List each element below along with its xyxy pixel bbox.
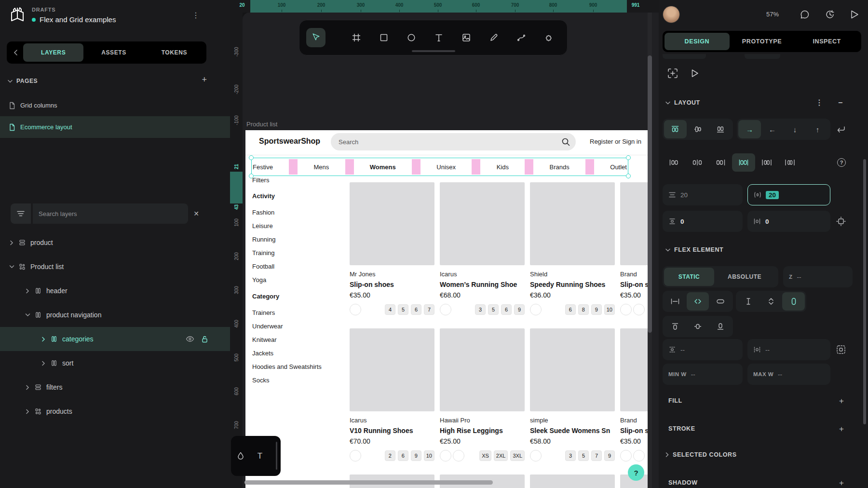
min-width-input[interactable]: MIN W -- (663, 364, 743, 385)
color-swatch[interactable] (530, 450, 542, 461)
product-card[interactable]: ShieldSpeedy Running Shoes€36.0068910 (530, 182, 615, 315)
layer-row[interactable]: product navigation (0, 303, 230, 327)
color-swatch[interactable] (620, 304, 632, 315)
chevron-right-icon[interactable] (25, 409, 30, 414)
product-card[interactable]: Mr JonesSlip-on shoes€35.004567 (350, 182, 434, 315)
filter-option[interactable]: Jackets (252, 350, 273, 357)
layer-row[interactable]: products (0, 399, 230, 423)
align-items-end-button[interactable] (709, 120, 732, 138)
size-chip[interactable]: 8 (578, 304, 589, 315)
row-gap-input[interactable]: 20 (663, 184, 743, 205)
sidebar-scrollbar[interactable] (863, 159, 866, 424)
size-chip[interactable]: 3 (475, 304, 486, 315)
size-chip[interactable]: 9 (514, 304, 525, 315)
independent-padding-icon[interactable] (836, 217, 846, 226)
artboard-title[interactable]: Product list (246, 121, 277, 128)
justify-space-between-button[interactable] (732, 153, 755, 172)
size-chip[interactable]: 6 (411, 304, 421, 315)
viewport[interactable]: Product list SportswearShop Register or … (243, 13, 659, 488)
justify-end-button[interactable] (709, 153, 732, 172)
shop-search-input[interactable] (331, 138, 561, 146)
selection-handle[interactable] (626, 155, 631, 160)
color-swatch[interactable] (350, 304, 361, 315)
page-item[interactable]: Grid columns (0, 95, 230, 116)
position-static-button[interactable]: STATIC (664, 268, 714, 286)
tool-rectangle[interactable] (374, 28, 393, 47)
justify-space-around-button[interactable] (755, 153, 778, 172)
project-name-row[interactable]: Flex and Grid examples (32, 15, 116, 24)
typography-icon[interactable]: T (250, 451, 270, 461)
search-icon[interactable] (561, 137, 570, 146)
independent-margin-icon[interactable] (836, 345, 846, 354)
align-self-start-button[interactable] (664, 317, 687, 336)
nav-item[interactable]: Kids (497, 163, 509, 171)
color-swatch[interactable] (440, 304, 451, 315)
vertical-padding-input[interactable]: 0 (663, 211, 743, 232)
wrap-icon[interactable] (836, 125, 846, 133)
chevron-right-icon[interactable] (9, 240, 14, 245)
selection-handle[interactable] (249, 155, 254, 160)
tool-image[interactable] (457, 28, 476, 47)
tab-prototype[interactable]: PROTOTYPE (730, 33, 795, 50)
filter-option[interactable]: Hoodies and Sweatshirts (252, 363, 322, 370)
size-chip[interactable]: 5 (578, 450, 589, 461)
lock-icon[interactable] (202, 336, 208, 343)
size-chip[interactable]: 9 (411, 450, 421, 461)
justify-center-button[interactable] (686, 153, 709, 172)
sidebar-tab-tokens[interactable]: TOKENS (144, 43, 204, 62)
flex-element-header[interactable]: FLEX ELEMENT (659, 246, 868, 253)
layout-section-header[interactable]: LAYOUT ⋮ − (659, 99, 868, 106)
product-card[interactable]: IcarusV10 Running Shoes€70.0026910 (350, 328, 434, 461)
chevron-down-icon[interactable] (25, 313, 30, 317)
layer-row[interactable]: filters (0, 375, 230, 399)
size-chip[interactable]: XS (479, 450, 491, 461)
direction-row-reverse-button[interactable]: ← (761, 120, 784, 138)
history-icon[interactable] (825, 9, 835, 20)
nav-item[interactable]: Womens (370, 163, 396, 171)
nav-item[interactable]: Brands (550, 163, 570, 171)
project-menu-icon[interactable]: ⋮ (192, 12, 200, 19)
column-gap-input[interactable]: 20 (747, 184, 830, 205)
filter-option[interactable]: Socks (252, 377, 269, 384)
direction-column-button[interactable]: ↓ (784, 120, 806, 138)
product-card[interactable]: simpleSleek Suede Womens Sn€58.003579 (530, 328, 615, 461)
z-index-input[interactable]: Z -- (783, 266, 853, 287)
page-item[interactable]: Ecommerce layout (0, 116, 230, 138)
color-swatch[interactable] (530, 304, 542, 315)
size-chip[interactable]: 10 (424, 450, 434, 461)
layer-row[interactable]: categories (0, 327, 230, 351)
size-chip[interactable]: 7 (591, 450, 602, 461)
horizontal-scrollbar[interactable] (244, 480, 493, 485)
vertical-margin-input[interactable]: -- (663, 339, 743, 360)
chevron-right-icon[interactable] (41, 361, 46, 366)
add-fill-icon[interactable]: + (836, 396, 847, 406)
color-swatch[interactable] (620, 450, 632, 461)
chevron-right-icon[interactable] (25, 288, 30, 294)
filter-option[interactable]: Football (252, 263, 274, 270)
filter-option[interactable]: Yoga (252, 276, 266, 284)
product-card[interactable]: IcarusWomen’s Running Shoe€68.003569 (440, 182, 525, 315)
product-card[interactable]: Hawaii ProHigh Rise Leggings€25.00XS2XL3… (440, 328, 525, 461)
layer-row[interactable]: product (0, 230, 230, 255)
size-chip[interactable]: 2 (385, 450, 395, 461)
max-width-input[interactable]: MAX W -- (747, 364, 830, 385)
toolbar-drag-handle[interactable] (412, 50, 455, 52)
size-chip[interactable]: 5 (488, 304, 499, 315)
color-swatch[interactable] (440, 450, 451, 461)
vertical-ruler[interactable]: -300-200-1002143100200300400500600700800 (230, 13, 243, 488)
penpot-logo-icon[interactable] (8, 5, 27, 24)
help-button[interactable]: ? (628, 464, 644, 481)
layer-row[interactable]: Product list (0, 255, 230, 279)
chevron-right-icon[interactable] (25, 385, 30, 390)
horizontal-ruler[interactable]: 20100200300400500600700800900991 (230, 0, 659, 13)
color-swatch[interactable] (633, 450, 645, 461)
width-fixed-button[interactable] (664, 292, 687, 311)
size-chip[interactable]: 6 (565, 304, 576, 315)
selection-handle[interactable] (249, 174, 254, 178)
color-swatch[interactable] (350, 450, 361, 461)
tool-plugins[interactable] (539, 28, 558, 47)
size-chip[interactable]: 3XL (510, 450, 525, 461)
tool-board[interactable] (347, 28, 366, 47)
tool-pen[interactable] (484, 28, 503, 47)
clear-search-icon[interactable]: ✕ (190, 210, 203, 217)
